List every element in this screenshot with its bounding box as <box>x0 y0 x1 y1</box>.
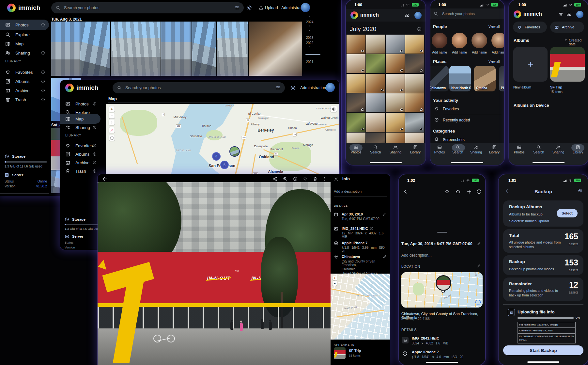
more-options-icon[interactable] <box>322 177 327 181</box>
photo-map-marker[interactable] <box>229 146 240 157</box>
upload-icon[interactable] <box>259 6 263 10</box>
person-avatar[interactable] <box>472 33 487 48</box>
photo-tile[interactable] <box>347 35 365 54</box>
photo-cluster-marker[interactable]: 5 <box>220 161 229 169</box>
map-hide-photos-button[interactable] <box>109 127 115 133</box>
place-tile[interactable]: Pi <box>499 66 504 91</box>
map-info-icon[interactable]: i <box>475 300 481 305</box>
add-name-link[interactable]: Add name <box>471 51 488 54</box>
photo-tile[interactable] <box>366 35 385 54</box>
trash-icon[interactable] <box>559 12 563 17</box>
scrubber-position-line[interactable] <box>305 54 320 55</box>
nav-item-search[interactable]: Search <box>530 145 548 154</box>
favorites-row[interactable]: Favorites <box>443 107 459 111</box>
info-icon[interactable] <box>370 227 374 230</box>
administration-link[interactable]: Administration <box>300 86 326 90</box>
photo-tile[interactable] <box>366 54 385 73</box>
info-icon[interactable] <box>41 70 45 74</box>
back-chevron-icon[interactable] <box>403 189 409 195</box>
info-icon[interactable] <box>93 169 97 173</box>
home-indicator[interactable] <box>533 162 565 163</box>
sort-label[interactable]: Created date <box>569 38 588 46</box>
info-icon[interactable] <box>293 177 298 181</box>
edit-pencil-icon[interactable] <box>477 264 481 268</box>
nav-item-search[interactable]: Search <box>449 145 466 154</box>
info-icon[interactable] <box>93 125 97 129</box>
search-filter-icon[interactable] <box>235 6 239 10</box>
photo-tile[interactable] <box>366 74 385 93</box>
map-fullscreen-button[interactable] <box>109 135 115 141</box>
nav-item-sharing[interactable]: Sharing <box>468 145 485 154</box>
search-placeholder[interactable]: Search your photos <box>442 12 475 16</box>
sheet-drag-handle[interactable] <box>437 232 447 233</box>
photo-tile[interactable] <box>386 54 405 73</box>
photo-tile[interactable] <box>405 74 424 93</box>
sidebar-item-albums[interactable]: Albums <box>5 76 45 86</box>
nav-item-photos[interactable]: Photos <box>347 145 365 154</box>
info-icon[interactable] <box>93 144 97 148</box>
select-all-check-icon[interactable] <box>417 27 422 31</box>
start-backup-button[interactable]: Start Backup <box>503 345 583 355</box>
info-minimap[interactable]: FISHERMAN'S WHARF Beach Street + − <box>331 274 390 340</box>
people-view-all-link[interactable]: View all <box>488 25 500 28</box>
photo-location-marker[interactable] <box>436 275 451 291</box>
sidebar-item-favorites[interactable]: Favorites <box>5 67 45 77</box>
photo-tile[interactable] <box>347 93 365 112</box>
location-map[interactable]: San Francisco Ferry The Em i <box>401 272 483 308</box>
add-name-link[interactable]: Add name <box>431 51 448 54</box>
close-icon[interactable] <box>334 177 338 182</box>
photo-tile[interactable] <box>347 74 365 93</box>
sidebar-item-archive[interactable]: Archive <box>5 86 45 95</box>
map-zoom-out-button[interactable]: − <box>109 113 115 119</box>
search-filter-icon[interactable] <box>276 86 280 90</box>
edit-pencil-icon[interactable] <box>383 255 387 259</box>
person-avatar[interactable] <box>491 33 504 48</box>
nav-item-photos[interactable]: Photos <box>510 145 528 154</box>
map-compass-button[interactable] <box>109 119 115 125</box>
nav-item-library[interactable]: Library <box>407 145 424 154</box>
home-indicator[interactable] <box>451 162 483 163</box>
favorite-heart-icon[interactable] <box>303 177 307 181</box>
info-icon[interactable] <box>41 98 45 102</box>
info-icon[interactable] <box>476 189 482 194</box>
info-icon[interactable] <box>41 88 45 92</box>
cloud-upload-icon[interactable] <box>405 13 410 18</box>
nav-item-sharing[interactable]: Sharing <box>549 145 567 154</box>
sort-arrow-icon[interactable] <box>564 38 568 42</box>
photo-tile[interactable] <box>386 113 405 132</box>
photo-tile[interactable] <box>405 35 424 54</box>
map-settings-button[interactable] <box>331 106 337 112</box>
photo-thumbnail[interactable] <box>192 22 216 76</box>
add-name-link[interactable]: Add name <box>451 51 468 54</box>
user-avatar[interactable] <box>301 3 310 12</box>
minimap-zoom-out[interactable]: − <box>333 281 337 286</box>
search-input[interactable]: Search your photos <box>51 2 244 13</box>
sidebar-item-trash[interactable]: Trash <box>65 166 97 176</box>
album-name-link[interactable]: SF Trip <box>349 349 361 353</box>
trash-icon[interactable] <box>313 177 317 181</box>
user-avatar[interactable] <box>326 83 335 92</box>
place-tile[interactable]: Omaha <box>474 66 496 91</box>
place-tile[interactable]: Near North Side <box>449 66 471 91</box>
add-description-field[interactable]: Add description... <box>401 253 432 258</box>
photo-thumbnail[interactable] <box>217 22 248 76</box>
sidebar-item-map[interactable]: Map <box>5 39 45 49</box>
photo-tile[interactable] <box>405 93 424 112</box>
info-icon[interactable] <box>41 23 45 27</box>
nav-item-photos[interactable]: Photos <box>431 145 448 154</box>
photo-thumbnail[interactable] <box>80 22 110 76</box>
person-avatar[interactable] <box>432 33 447 48</box>
info-icon[interactable] <box>93 102 97 106</box>
back-icon[interactable] <box>102 176 108 182</box>
nav-item-search[interactable]: Search <box>367 145 384 154</box>
home-indicator[interactable] <box>370 162 402 163</box>
share-icon[interactable] <box>273 177 277 181</box>
screenshots-row[interactable]: Screenshots <box>443 137 465 142</box>
cloud-upload-icon[interactable] <box>566 12 572 17</box>
map-zoom-in-button[interactable]: + <box>109 106 115 112</box>
sidebar-item-trash[interactable]: Trash <box>5 95 45 104</box>
photo-thumbnail[interactable] <box>51 22 80 76</box>
recently-added-row[interactable]: Recently added <box>443 118 470 122</box>
theme-toggle-icon[interactable] <box>247 5 252 10</box>
nav-item-sharing[interactable]: Sharing <box>387 145 404 154</box>
